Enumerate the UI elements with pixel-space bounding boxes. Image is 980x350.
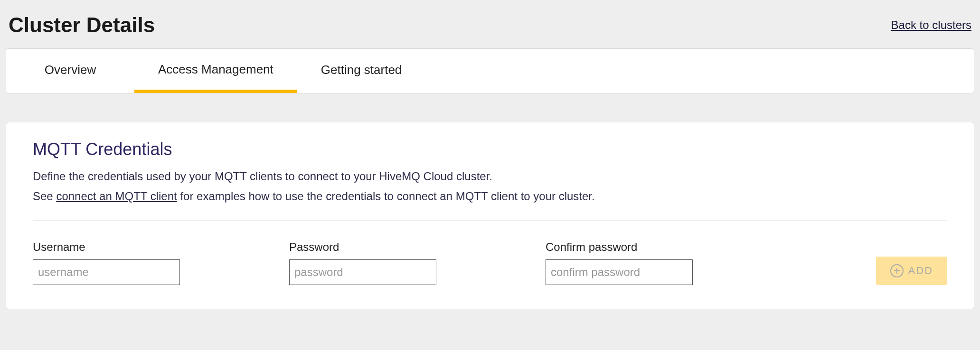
password-label: Password — [289, 240, 436, 254]
add-button-label: ADD — [908, 265, 933, 277]
divider — [33, 220, 947, 221]
username-input[interactable] — [33, 259, 180, 285]
password-input[interactable] — [289, 259, 436, 285]
confirm-password-label: Confirm password — [546, 240, 693, 254]
section-title: MQTT Credentials — [33, 139, 947, 159]
page-header: Cluster Details Back to clusters — [0, 0, 980, 48]
confirm-password-input[interactable] — [546, 259, 693, 285]
tab-label: Overview — [45, 63, 96, 77]
tabs-bar: Overview Access Management Getting start… — [6, 48, 974, 93]
page-title: Cluster Details — [9, 13, 155, 37]
back-to-clusters-link[interactable]: Back to clusters — [891, 18, 971, 32]
credentials-card: MQTT Credentials Define the credentials … — [6, 122, 974, 309]
username-group: Username — [33, 240, 180, 285]
add-button[interactable]: ADD — [876, 257, 947, 285]
tab-getting-started[interactable]: Getting started — [297, 49, 426, 93]
tab-label: Access Management — [158, 62, 273, 77]
username-label: Username — [33, 240, 180, 254]
desc-suffix: for examples how to use the credentials … — [177, 190, 595, 203]
confirm-password-group: Confirm password — [546, 240, 693, 285]
password-group: Password — [289, 240, 436, 285]
section-description-2: See connect an MQTT client for examples … — [33, 188, 947, 205]
tab-overview[interactable]: Overview — [6, 49, 134, 93]
connect-mqtt-client-link[interactable]: connect an MQTT client — [56, 190, 177, 203]
tab-access-management[interactable]: Access Management — [134, 49, 297, 93]
credentials-form-row: Username Password Confirm password ADD — [33, 240, 947, 285]
section-description-1: Define the credentials used by your MQTT… — [33, 168, 947, 185]
desc-prefix: See — [33, 190, 56, 203]
plus-icon — [890, 264, 904, 277]
tab-label: Getting started — [321, 63, 402, 77]
